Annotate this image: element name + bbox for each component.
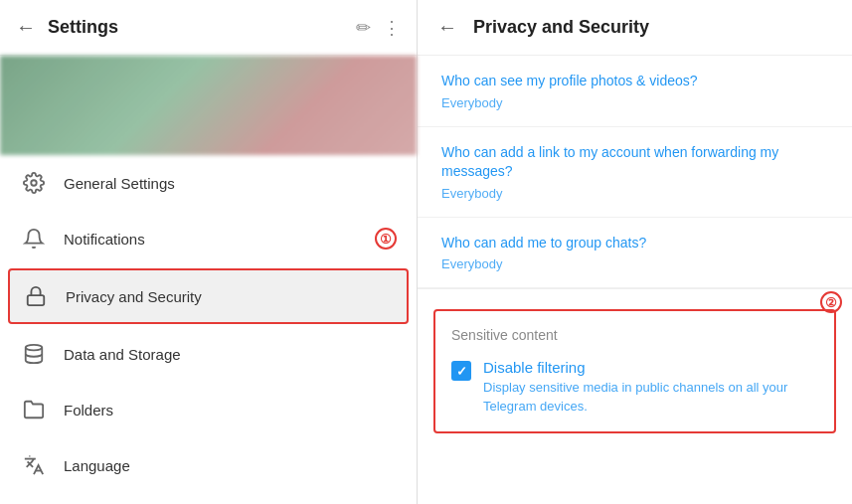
sensitive-row: Disable filtering Display sensitive medi… bbox=[451, 359, 818, 415]
translate-icon bbox=[20, 451, 48, 479]
sensitive-content-section: Sensitive content Disable filtering Disp… bbox=[433, 309, 836, 432]
more-icon[interactable]: ⋮ bbox=[383, 17, 401, 39]
notifications-label: Notifications bbox=[64, 231, 145, 248]
privacy-item-photos[interactable]: Who can see my profile photos & videos? … bbox=[418, 56, 852, 127]
sidebar-item-general[interactable]: General Settings bbox=[0, 155, 417, 211]
notifications-badge: ① bbox=[375, 228, 397, 250]
privacy-item-groups[interactable]: Who can add me to group chats? Everybody bbox=[418, 218, 852, 289]
svg-rect-1 bbox=[28, 295, 45, 305]
sidebar-item-language[interactable]: Language bbox=[0, 437, 417, 493]
profile-banner bbox=[0, 56, 417, 155]
right-header: ← Privacy and Security bbox=[418, 0, 852, 56]
language-label: Language bbox=[64, 457, 130, 474]
sidebar-item-privacy[interactable]: Privacy and Security bbox=[8, 268, 409, 324]
menu-list: General Settings Notifications ① Privacy… bbox=[0, 155, 417, 504]
folders-label: Folders bbox=[64, 402, 113, 419]
sensitive-section-title: Sensitive content bbox=[451, 327, 818, 343]
disable-filtering-label: Disable filtering bbox=[483, 359, 818, 376]
groups-question: Who can add me to group chats? bbox=[441, 234, 828, 253]
right-panel: ← Privacy and Security Who can see my pr… bbox=[418, 0, 852, 504]
folder-icon bbox=[20, 396, 48, 423]
sensitive-text: Disable filtering Display sensitive medi… bbox=[483, 359, 818, 415]
general-settings-label: General Settings bbox=[64, 175, 175, 192]
edit-icon[interactable]: ✏ bbox=[356, 17, 371, 39]
svg-point-2 bbox=[26, 345, 43, 351]
left-header: ← Settings ✏ ⋮ bbox=[0, 0, 417, 56]
forwarding-answer: Everybody bbox=[441, 186, 828, 201]
back-button-right[interactable]: ← bbox=[437, 16, 457, 39]
right-content: Who can see my profile photos & videos? … bbox=[418, 56, 852, 504]
photos-answer: Everybody bbox=[441, 95, 828, 110]
privacy-label: Privacy and Security bbox=[66, 288, 202, 305]
disable-filtering-desc: Display sensitive media in public channe… bbox=[483, 379, 818, 415]
sidebar-item-folders[interactable]: Folders bbox=[0, 382, 417, 437]
forwarding-question: Who can add a link to my account when fo… bbox=[441, 143, 828, 182]
lock-icon bbox=[22, 282, 50, 310]
database-icon bbox=[20, 340, 48, 368]
bell-icon bbox=[20, 225, 48, 252]
gear-icon bbox=[20, 169, 48, 197]
sidebar-item-notifications[interactable]: Notifications ① bbox=[0, 211, 417, 266]
left-panel: ← Settings ✏ ⋮ General Settings bbox=[0, 0, 418, 504]
disable-filtering-checkbox[interactable] bbox=[451, 361, 471, 381]
sensitive-badge: ② bbox=[820, 291, 842, 313]
photos-question: Who can see my profile photos & videos? bbox=[441, 72, 828, 91]
sidebar-item-data[interactable]: Data and Storage bbox=[0, 326, 417, 382]
privacy-security-title: Privacy and Security bbox=[473, 17, 649, 38]
data-storage-label: Data and Storage bbox=[64, 346, 181, 363]
groups-answer: Everybody bbox=[441, 256, 828, 271]
back-button-left[interactable]: ← bbox=[16, 16, 36, 39]
settings-title: Settings bbox=[48, 17, 344, 38]
svg-point-0 bbox=[31, 180, 37, 186]
privacy-item-forwarding[interactable]: Who can add a link to my account when fo… bbox=[418, 127, 852, 218]
